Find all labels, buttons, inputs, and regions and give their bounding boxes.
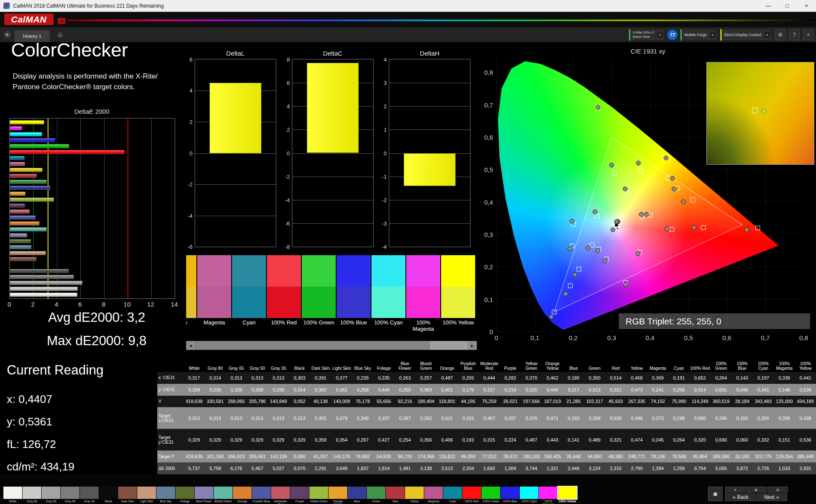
scroll-left-button[interactable]: ◀ xyxy=(186,341,195,350)
patch-label: 100% Red xyxy=(462,500,481,504)
patch-color xyxy=(367,487,385,499)
color-patch[interactable]: Gray 50 xyxy=(61,487,79,504)
chevron-down-icon[interactable]: ▾ xyxy=(765,32,770,38)
strip-controls: ◼ ● ▶ ▤ ◀ Back Next ▶ xyxy=(708,487,788,501)
table-cell: 45,933 xyxy=(605,396,626,408)
table-cell: 0,256 xyxy=(669,384,690,396)
table-cell: 3,446 xyxy=(563,462,584,474)
table-column-header: Blue Sky xyxy=(352,362,374,372)
scroll-right-button[interactable]: ▶ xyxy=(468,341,477,350)
color-patch[interactable]: Black xyxy=(99,487,118,504)
table-cell: 5,027 xyxy=(268,462,289,474)
axis-tick-label: 3 xyxy=(373,80,387,86)
color-patch[interactable]: Red xyxy=(386,487,405,504)
color-patch[interactable]: 100% Cyan xyxy=(520,487,538,504)
pattern-window-button[interactable]: ◼ xyxy=(708,487,722,501)
gear-icon: ⚙ xyxy=(778,32,783,38)
meter-status-badge[interactable]: 77 xyxy=(667,30,677,40)
swatch-scrollbar[interactable]: ◀ ▶ xyxy=(186,341,477,350)
scrollbar-track[interactable] xyxy=(195,341,468,350)
color-patch[interactable]: Cyan xyxy=(443,487,462,504)
color-patch[interactable]: Blue xyxy=(348,487,366,504)
color-patch[interactable]: Purplish Blue xyxy=(252,487,271,504)
color-patch[interactable]: 100% Red xyxy=(462,487,481,504)
close-button[interactable]: × xyxy=(797,0,816,11)
table-cell: 1,837 xyxy=(352,462,374,474)
color-patch[interactable]: Blue Sky xyxy=(156,487,175,504)
patch-label: Red xyxy=(386,500,405,504)
settings-button[interactable]: ⚙ xyxy=(775,29,786,40)
minimize-button[interactable]: — xyxy=(759,0,778,11)
axis-tick-label: 0,6 xyxy=(722,334,731,341)
display-control-dropdown[interactable]: Direct Display Control ▾ xyxy=(720,29,772,41)
color-patch[interactable]: Blue Flower xyxy=(195,487,213,504)
rgb-triplet-readout: RGB Triplet: 255, 255, 0 xyxy=(619,313,810,329)
axis-tick-label: 0 xyxy=(276,150,290,156)
help-button[interactable]: ? xyxy=(789,29,800,40)
color-patch[interactable]: Magenta xyxy=(424,487,443,504)
color-patch[interactable]: White xyxy=(3,487,22,504)
cie-measured-circle xyxy=(745,228,749,232)
report-button[interactable]: ▤ xyxy=(768,487,788,493)
table-cell: 0,680 xyxy=(689,407,711,429)
scrollbar-thumb[interactable] xyxy=(195,341,430,349)
color-patch[interactable]: 100% Yellow xyxy=(558,487,577,504)
maximize-button[interactable]: □ xyxy=(778,0,797,11)
chevron-down-icon[interactable]: ▾ xyxy=(710,32,715,38)
color-swatch[interactable]: Yellow xyxy=(186,255,196,338)
color-swatch[interactable]: Cyan xyxy=(232,255,266,338)
color-swatch[interactable]: 100% Blue xyxy=(337,255,371,338)
color-patch[interactable]: Foliage xyxy=(176,487,194,504)
color-patch[interactable]: Yellow xyxy=(405,487,424,504)
table-cell: 125,000 xyxy=(774,396,795,408)
color-patch[interactable]: Bluish Green xyxy=(214,487,232,504)
table-cell: 322,775 xyxy=(753,451,774,462)
play-button[interactable]: ▶ xyxy=(746,487,767,493)
stop-icon: ◼ xyxy=(713,491,717,497)
color-patch[interactable]: 100% Green xyxy=(482,487,500,504)
color-swatch[interactable]: 100% Cyan xyxy=(371,255,405,338)
color-patch[interactable]: Orange xyxy=(233,487,252,504)
brand-menu-caret-icon[interactable]: ▾ xyxy=(58,18,65,24)
color-patch[interactable]: Gray 65 xyxy=(42,487,60,504)
color-patch[interactable]: 100% Blue xyxy=(501,487,519,504)
add-tab-button[interactable]: + xyxy=(57,32,63,38)
calman-logo[interactable]: CalMAN xyxy=(4,14,54,25)
color-swatch[interactable]: 100% Red xyxy=(267,255,301,338)
swatch-target-color xyxy=(337,255,371,287)
table-cell: 0,362 xyxy=(310,384,332,396)
table-cell: 55,656 xyxy=(373,396,394,408)
table-column-header: Light Skin xyxy=(331,362,352,372)
color-patch[interactable]: Orange Yellow xyxy=(329,487,347,504)
color-patch[interactable]: Green xyxy=(367,487,385,504)
chevron-down-icon[interactable]: ▾ xyxy=(657,32,662,38)
table-cell: 143,008 xyxy=(331,396,352,408)
table-cell: 78,892 xyxy=(352,451,374,462)
color-patch[interactable]: Gray 35 xyxy=(80,487,99,504)
record-button[interactable]: ● xyxy=(725,487,745,493)
color-patch[interactable]: Light Skin xyxy=(137,487,156,504)
workspace-close-button[interactable]: × xyxy=(803,29,814,40)
color-patch[interactable]: Dark Skin xyxy=(118,487,137,504)
color-patch[interactable]: Gray 80 xyxy=(23,487,41,504)
color-swatch[interactable]: Magenta xyxy=(197,255,231,338)
swatch-target-color xyxy=(197,255,231,287)
color-patch[interactable]: 100% Magenta xyxy=(539,487,558,504)
color-patch[interactable]: Purple xyxy=(290,487,309,504)
swatch-label: 100% Blue xyxy=(337,318,371,338)
next-button[interactable]: Next ▶ xyxy=(756,493,787,501)
source-dropdown[interactable]: Mobile Forge ▾ xyxy=(680,29,717,41)
meter-dropdown[interactable]: X-Rite i1Pro 2 Direct View ▾ xyxy=(629,29,665,41)
patch-color xyxy=(23,487,41,499)
swatch-color xyxy=(337,255,371,318)
patch-label: 100% Blue xyxy=(501,500,519,504)
table-cell: 0,265 xyxy=(711,407,732,429)
table-cell: 0,317 xyxy=(479,384,500,396)
tab-scroll-icon[interactable]: ▶ xyxy=(4,31,11,38)
back-button[interactable]: ◀ Back xyxy=(725,493,756,501)
color-patch[interactable]: Moderate Red xyxy=(271,487,290,504)
deltae-bar-row xyxy=(10,221,175,225)
color-patch[interactable]: Yellow Green xyxy=(309,487,328,504)
color-swatch[interactable]: 100% Magenta xyxy=(406,255,440,338)
color-swatch[interactable]: 100% Green xyxy=(302,255,336,338)
